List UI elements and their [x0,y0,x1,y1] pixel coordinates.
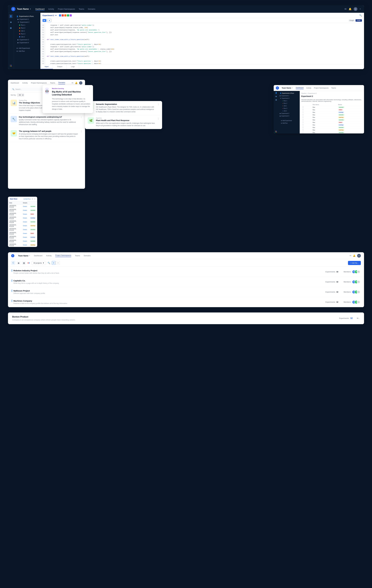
runs-close-icon[interactable]: ✕ [34,198,35,200]
ns-nav-activity[interactable]: Activity [46,255,52,257]
ns-sidebar-icon-2[interactable]: ◉ [16,261,21,265]
sidebar-experiment-2[interactable]: ▼ Experiment 2 [15,21,39,24]
nested-run-checkbox[interactable] [302,119,304,120]
nav-domains[interactable]: Domains [88,8,95,10]
nested-run-checkbox[interactable] [302,124,304,126]
nested-run-checkbox[interactable] [302,127,304,128]
nav-teams[interactable]: Teams [79,8,84,10]
sidebar-experiment-4[interactable]: ▶ Experiment 4 [15,41,39,44]
nested-sidebar-exp2[interactable]: ▼ Experiment 2 [279,97,300,100]
article-more-semantic[interactable]: ⋮ [157,103,159,106]
nested-run-checkbox[interactable] [302,132,304,133]
nested-sidebar-exp4[interactable]: ▶ Experiment 4 [279,115,300,117]
nav-project-ns-domains[interactable]: Project Namespaces [31,82,47,84]
sidebar-job-2[interactable]: Job 2 [15,35,39,38]
nav-activity-domains[interactable]: Activity [22,82,28,84]
nested-run-checkbox[interactable] [302,129,304,131]
ns-mail-icon[interactable]: ✉ [350,254,351,257]
nested-run-checkbox[interactable] [302,116,304,118]
ns-sidebar-icon-1[interactable]: C [11,261,15,265]
sort-select[interactable]: All [17,94,24,96]
nested-run-checkbox[interactable] [302,106,304,108]
nested-team-name[interactable]: Team Name ▼ [282,87,293,89]
nested-run1[interactable]: ●Run 1 [281,100,300,102]
domains-user-avatar[interactable]: U [79,81,82,84]
nested-add-run[interactable]: ⊕Add Run [279,122,299,124]
sidebar-run-1[interactable]: Run 1 [15,24,39,27]
add-run-panel-btn[interactable]: ⊕ Add Run [23,198,31,200]
add-experiment-btn[interactable]: ⊕ Add Experiment [15,47,39,50]
nested-run3[interactable]: ●Run 3 [281,107,300,110]
ns-add-button[interactable]: + Add Ne... [348,261,361,265]
ns-nav-project-ns[interactable]: Project Namespaces [55,254,71,257]
nav-teams-domains[interactable]: Teams [50,82,55,84]
nav-dashboard-domains[interactable]: Dashboard [11,82,19,84]
sidebar-icon-settings[interactable] [9,64,13,68]
ns-nav-domains[interactable]: Domains [84,255,91,257]
ns-sidebar-icon-3[interactable]: ▦ [22,261,26,265]
nav-domains-domains[interactable]: Domains [58,82,65,84]
sidebar-run-3[interactable]: Run 3 [15,32,39,35]
nested-job1[interactable]: ●Job 1 [281,105,300,107]
sidebar-run-2[interactable]: Run 2 [15,27,39,30]
stop-button[interactable]: ■ [47,19,51,22]
featured-more-btn[interactable]: ⋮ [89,87,91,90]
ns-bell-icon[interactable]: 🔔 [353,254,356,257]
nested-sidebar-icon-1[interactable]: 👤 [275,92,277,94]
nested-run2[interactable]: ●Run 2 [281,102,300,105]
sidebar-experiments-runs[interactable]: 👤 Experiments & Runs [15,15,39,18]
mail-icon[interactable]: ✉ [344,8,346,10]
sidebar-icon-layers[interactable]: ▦ [9,26,13,30]
nested-sidebar-exp-runs[interactable]: 👤 Experiments & Runs [279,92,300,94]
input-tab[interactable]: Input [40,64,53,69]
runs-settings-icon[interactable]: ⚙ [32,198,33,200]
sidebar-experiment-3[interactable]: ▶ Experiment 3 [15,38,39,41]
nested-nav-activity[interactable]: Activity [306,87,311,89]
output-tab[interactable]: Output [53,64,67,69]
run-details-cell[interactable]: Details [22,235,29,239]
nested-run-checkbox[interactable] [302,122,304,123]
run-details-cell[interactable]: Details [22,220,29,224]
ns-grid-view-btn[interactable]: ⊞ [52,261,56,265]
sidebar-job-1[interactable]: Job 1 [15,30,39,32]
article-more-synergy[interactable]: ⋮ [80,130,82,133]
article-more-plant[interactable]: ⋮ [157,117,159,120]
article-more-iot[interactable]: ⋮ [80,116,82,118]
ns-user-avatar[interactable]: U [357,254,361,258]
ns-team-name[interactable]: Team Name ▼ [18,255,30,257]
run-details-cell[interactable]: Details [22,231,29,235]
nav-dashboard[interactable]: Dashboard [35,8,45,10]
domains-mail-icon[interactable]: ✉ [72,82,73,84]
logs-tab[interactable]: Logs [67,64,79,69]
run-details-cell[interactable]: Details [22,243,29,247]
user-dropdown-arrow[interactable]: ▼ [360,8,361,10]
run-details-cell[interactable]: Details [22,212,29,216]
sidebar-icon-experiments[interactable]: 👤 [9,14,13,18]
nested-sidebar-exp1[interactable]: ▶ Experiment 1 [279,94,300,97]
ns-nav-dashboard[interactable]: Dashboard [34,255,42,257]
nested-sidebar-exp3[interactable]: ▶ Experiment 3 [279,112,300,115]
domains-bell-icon[interactable]: 🔔 [75,82,78,84]
run-details-cell[interactable]: Details [22,216,29,220]
nested-sidebar-icon-3[interactable]: ▦ [275,99,277,101]
graph-view-btn[interactable]: Graph [349,19,355,22]
run-details-cell[interactable]: Details [22,228,29,231]
run-details-cell[interactable]: Details [22,224,29,228]
run-details-cell[interactable]: Details [22,205,29,208]
sidebar-experiment-1[interactable]: ▶ Experiment 1 [15,18,39,21]
team-name-nav[interactable]: Team Name ▼ [17,8,31,10]
ns-search-icon-btn[interactable]: 🔍 [48,262,50,264]
ns-list-view-btn[interactable]: ≡ [56,261,60,265]
search-icon[interactable]: 🔍 [359,14,362,16]
yaml-view-btn[interactable]: YAML [356,19,362,22]
nested-nav-ns[interactable]: Project Namespaces [314,87,329,89]
run-details-cell[interactable]: Details [22,208,29,212]
add-run-btn[interactable]: ⊕ Add Run [15,50,39,53]
experiment-selector[interactable]: Experiment 2 ▼ [42,14,57,16]
run-button[interactable]: ▶ [42,19,46,22]
nav-activity[interactable]: Activity [48,8,54,10]
nested-run-checkbox[interactable] [302,112,304,113]
bell-icon[interactable]: 🔔 [349,8,351,10]
user-avatar[interactable]: U [354,7,357,11]
nested-nav-dashboard[interactable]: Dashboard [296,87,304,89]
